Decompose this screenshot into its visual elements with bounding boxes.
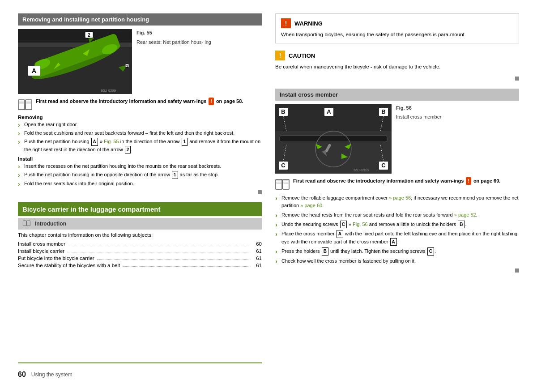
fig55-svg: A 1 2 B5J-0299 — [18, 29, 132, 94]
toc-item: Secure the stability of the bicycles wit… — [18, 263, 262, 268]
page-section: Using the system — [31, 371, 72, 378]
list-item: Remove the rollable luggage compartment … — [275, 194, 519, 209]
caution-text: Be careful when maneuvering the bicycle … — [275, 63, 519, 74]
caution-section: ! CAUTION Be careful when maneuvering th… — [275, 51, 519, 80]
book-icon — [18, 98, 32, 111]
fig55-caption: Fig. 55 Rear seats: Net partition hous- … — [136, 29, 211, 46]
book-icon-small — [22, 220, 31, 227]
danger-badge-1: ! — [209, 98, 213, 105]
install-cross-member-header: Install cross member — [275, 89, 519, 101]
svg-text:C: C — [381, 162, 386, 169]
right-column: ! WARNING When transporting bicycles, en… — [275, 13, 519, 379]
list-item: Press the holders B until they latch. Ti… — [275, 247, 519, 256]
fig55-container: A 1 2 B5J-0299 — [18, 29, 262, 94]
toc: Install cross member 60 Install bicycle … — [18, 241, 262, 268]
section-end-marker — [258, 190, 262, 194]
warning-title: WARNING — [294, 20, 323, 27]
page: Removing and installing net partition ho… — [0, 0, 537, 392]
install-list: Insert the recesses on the net partition… — [18, 162, 262, 187]
svg-text:A: A — [32, 67, 36, 74]
fig56-image: B A B C C — [275, 104, 392, 174]
list-item: Undo the securing screws C » Fig. 56 and… — [275, 221, 519, 229]
warning-header: ! WARNING — [281, 18, 513, 28]
net-partition-header: Removing and installing net partition ho… — [18, 13, 262, 26]
list-item: Insert the recesses on the net partition… — [18, 162, 262, 170]
list-item: Push the net partition housing A » Fig. … — [18, 138, 262, 153]
list-item: Push the net partition housing in the op… — [18, 171, 262, 179]
list-item: Remove the head rests from the rear seat… — [275, 211, 519, 219]
toc-item: Install cross member 60 — [18, 241, 262, 247]
ref-c2: C — [427, 247, 434, 256]
list-item: Place the cross member A with the fixed … — [275, 230, 519, 246]
ref-a2: A — [337, 230, 343, 238]
ref-a3: A — [390, 238, 397, 246]
page60-link: » page 60 — [300, 203, 322, 208]
safety-note-2: First read and observe the introductory … — [275, 177, 519, 191]
fig55-ref: Fig. 55 — [104, 139, 119, 144]
svg-text:C: C — [281, 162, 286, 169]
list-item: Open the rear right door. — [18, 121, 262, 128]
removing-section: Removing Open the rear right door. Fold … — [18, 115, 262, 153]
svg-text:B: B — [381, 108, 385, 115]
svg-text:A: A — [327, 108, 331, 115]
page-footer: 60 Using the system — [18, 362, 262, 379]
list-item: Fold the rear seats back into their orig… — [18, 180, 262, 187]
intro-text: This chapter contains information on the… — [18, 232, 262, 238]
caution-end-marker — [515, 77, 519, 81]
fig56-svg: B A B C C — [275, 104, 392, 174]
introduction-header: Introduction — [18, 218, 262, 230]
svg-rect-27 — [23, 221, 26, 226]
toc-item: Install bicycle carrier 61 — [18, 248, 262, 254]
page52-link: » page 52 — [454, 212, 476, 217]
list-item: Fold the seat cushions and rear seat bac… — [18, 129, 262, 137]
caution-header: ! CAUTION — [275, 51, 519, 60]
book-icon-2 — [275, 178, 290, 191]
bicycle-carrier-section: Bicycle carrier in the luggage compartme… — [18, 202, 262, 270]
ref-b2: B — [322, 247, 328, 256]
warning-box: ! WARNING When transporting bicycles, en… — [275, 13, 519, 43]
bicycle-carrier-header: Bicycle carrier in the luggage compartme… — [18, 202, 262, 216]
warning-text: When transporting bicycles, ensuring the… — [281, 31, 513, 38]
install-end-marker — [515, 268, 519, 273]
install-cross-member-section: Install cross member — [275, 89, 519, 273]
toc-item: Put bicycle into the bicycle carrier 61 — [18, 256, 262, 261]
removing-list: Open the rear right door. Fold the seat … — [18, 121, 262, 153]
ref-a: A — [91, 138, 98, 146]
page56-link: » page 56 — [389, 195, 411, 200]
danger-badge-2: ! — [466, 177, 471, 185]
fig56-caption: Fig. 56 Install cross member — [396, 104, 441, 121]
net-partition-section: Removing and installing net partition ho… — [18, 13, 262, 194]
safety-note-1: First read and observe the introductory … — [18, 98, 262, 111]
install-steps: Remove the rollable luggage compartment … — [275, 194, 519, 265]
svg-text:2: 2 — [88, 33, 90, 38]
ref-c: C — [340, 221, 347, 229]
safety-text-1: First read and observe the introductory … — [36, 98, 243, 105]
ref-1b: 1 — [172, 171, 178, 179]
svg-text:B5J-0300: B5J-0300 — [354, 168, 369, 172]
warning-icon: ! — [281, 18, 291, 28]
page-number: 60 — [18, 371, 26, 379]
introduction-label: Introduction — [35, 221, 66, 227]
install-section-left: Install Insert the recesses on the net p… — [18, 156, 262, 187]
left-column: Removing and installing net partition ho… — [18, 13, 262, 379]
svg-text:B: B — [281, 108, 285, 115]
svg-rect-28 — [27, 221, 30, 226]
list-item: Check how well the cross member is faste… — [275, 257, 519, 265]
install-title: Install — [18, 156, 262, 162]
caution-title: CAUTION — [289, 52, 315, 59]
removing-title: Removing — [18, 115, 262, 120]
fig56-ref-1: Fig. 56 — [353, 222, 368, 227]
safety-text-2: First read and observe the introductory … — [293, 177, 500, 185]
svg-text:B5J-0299: B5J-0299 — [101, 89, 116, 93]
svg-rect-32 — [280, 136, 387, 142]
ref-2: 2 — [125, 146, 131, 154]
ref-b: B — [458, 221, 465, 229]
ref-1: 1 — [182, 138, 188, 146]
fig55-image: A 1 2 B5J-0299 — [18, 29, 132, 94]
caution-icon: ! — [275, 51, 285, 60]
fig56-container: B A B C C — [275, 104, 519, 174]
footer: 60 Using the system — [18, 362, 262, 379]
svg-text:1: 1 — [126, 64, 128, 68]
